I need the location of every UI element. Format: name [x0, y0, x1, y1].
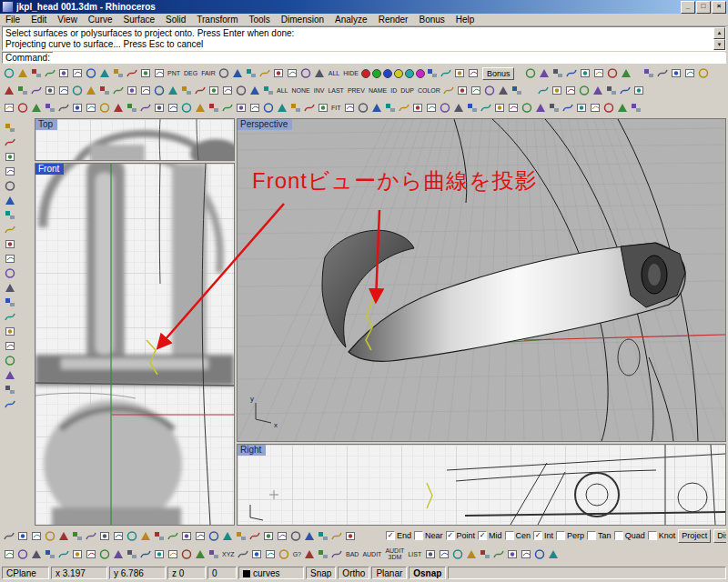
menu-view[interactable]: View	[52, 15, 83, 25]
toolbar-icon[interactable]	[261, 101, 275, 115]
toolbar-icon[interactable]	[3, 193, 16, 207]
toolbar-icon[interactable]	[537, 84, 551, 98]
toolbar-icon[interactable]	[220, 84, 234, 98]
minimize-button[interactable]: _	[681, 1, 695, 14]
toolbar-label[interactable]: BAD	[344, 551, 360, 557]
toolbar-icon[interactable]	[138, 547, 152, 561]
toolbar-label[interactable]: NONE	[289, 87, 311, 94]
viewport-front-label[interactable]: Front	[35, 164, 64, 175]
toolbar-icon[interactable]	[575, 101, 589, 115]
toolbar-icon[interactable]	[84, 101, 97, 115]
toolbar-icon[interactable]	[2, 84, 15, 98]
toolbar-icon[interactable]	[3, 295, 16, 309]
toolbar-icon[interactable]	[234, 528, 248, 543]
toolbar-icon[interactable]	[288, 528, 302, 543]
toolbar-icon[interactable]	[313, 66, 327, 81]
toolbar-icon[interactable]	[437, 547, 450, 561]
toolbar-icon[interactable]	[43, 547, 56, 561]
toolbar-icon[interactable]	[84, 66, 97, 81]
checkbox-icon[interactable]	[505, 531, 514, 540]
toolbar-icon[interactable]	[97, 101, 111, 115]
toolbar-icon[interactable]	[97, 66, 111, 81]
toolbar-icon[interactable]	[592, 66, 605, 81]
toolbar-icon[interactable]	[111, 101, 125, 115]
toolbar-icon[interactable]	[669, 66, 682, 81]
checkbox-icon[interactable]	[648, 531, 657, 540]
toolbar-icon[interactable]	[56, 528, 70, 543]
toolbar-label[interactable]: HIDE	[341, 70, 360, 76]
toolbar-icon[interactable]	[630, 101, 643, 115]
osnap-tan[interactable]: Tan	[587, 531, 612, 540]
toolbar-label[interactable]: AUDIT	[360, 551, 383, 557]
toolbar-icon[interactable]	[483, 84, 497, 98]
toolbar-icon[interactable]	[15, 547, 29, 561]
toolbar-icon[interactable]	[207, 528, 220, 543]
toolbar-icon[interactable]	[642, 66, 655, 81]
toolbar-icon[interactable]	[3, 338, 16, 353]
toolbar-icon[interactable]	[616, 101, 630, 115]
checkbox-icon[interactable]: ✓	[446, 531, 455, 540]
toolbar-icon[interactable]	[29, 528, 43, 543]
toolbar-icon[interactable]	[29, 547, 43, 561]
toolbar-icon[interactable]	[343, 528, 357, 543]
layer-color-dot[interactable]	[394, 69, 403, 78]
checkbox-icon[interactable]: ✓	[386, 531, 395, 540]
toolbar-icon[interactable]	[548, 101, 561, 115]
osnap-point[interactable]: ✓Point	[446, 531, 476, 540]
toolbar-icon[interactable]	[15, 101, 29, 115]
toolbar-icon[interactable]	[179, 547, 193, 561]
toolbar-icon[interactable]	[578, 84, 592, 98]
osnap-knot[interactable]: Knot	[648, 531, 676, 540]
toolbar-icon[interactable]	[592, 84, 605, 98]
toolbar-icon[interactable]	[258, 66, 272, 81]
toolbar-icon[interactable]	[602, 101, 616, 115]
toolbar-icon[interactable]	[97, 547, 111, 561]
menu-analyze[interactable]: Analyze	[329, 15, 373, 25]
toolbar-icon[interactable]	[546, 547, 560, 561]
toolbar-icon[interactable]	[70, 101, 84, 115]
toolbar-icon[interactable]	[316, 101, 329, 115]
toolbar-icon[interactable]	[56, 84, 70, 98]
toolbar-icon[interactable]	[193, 84, 207, 98]
toolbar-icon[interactable]	[207, 101, 220, 115]
toolbar-icon[interactable]	[179, 84, 193, 98]
toolbar-icon[interactable]	[425, 101, 439, 115]
toolbar-icon[interactable]	[248, 528, 261, 543]
toolbar-icon[interactable]	[682, 66, 696, 81]
toolbar-icon[interactable]	[84, 84, 97, 98]
toolbar-icon[interactable]	[497, 84, 511, 98]
toolbar-icon[interactable]	[70, 66, 84, 81]
toolbar-icon[interactable]	[15, 528, 29, 543]
toolbar-icon[interactable]	[70, 528, 84, 543]
statusbar-planar[interactable]: Planar	[371, 567, 407, 579]
toolbar-icon[interactable]	[15, 84, 29, 98]
viewport-top-label[interactable]: Top	[35, 119, 57, 130]
toolbar-icon[interactable]	[3, 353, 16, 367]
toolbar-icon[interactable]	[534, 101, 548, 115]
osnap-near[interactable]: Near	[414, 531, 443, 540]
toolbar-label[interactable]: PREV	[346, 87, 367, 94]
toolbar-label[interactable]: AUDIT 3DM	[383, 547, 406, 560]
toolbar-icon[interactable]	[261, 528, 275, 543]
toolbar-icon[interactable]	[302, 101, 316, 115]
toolbar-icon[interactable]	[179, 528, 193, 543]
toolbar-icon[interactable]	[551, 66, 564, 81]
toolbar-icon[interactable]	[696, 66, 710, 81]
toolbar-icon[interactable]	[317, 547, 330, 561]
osnap-disable-button[interactable]: Disable	[713, 529, 726, 543]
toolbar-icon[interactable]	[70, 84, 84, 98]
toolbar-label[interactable]: LIST	[406, 551, 423, 557]
toolbar-icon[interactable]	[316, 528, 329, 543]
toolbar-icon[interactable]	[3, 324, 16, 338]
toolbar-icon[interactable]	[29, 84, 43, 98]
toolbar-icon[interactable]	[207, 547, 220, 561]
toolbar-icon[interactable]	[138, 528, 152, 543]
viewport-front[interactable]: Front	[35, 163, 235, 526]
toolbar-icon[interactable]	[125, 84, 138, 98]
toolbar-icon[interactable]	[507, 101, 521, 115]
toolbar-icon[interactable]	[245, 66, 258, 81]
toolbar-label[interactable]: DEG	[182, 70, 199, 76]
toolbar-icon[interactable]	[179, 101, 193, 115]
toolbar-icon[interactable]	[3, 207, 16, 222]
menu-bonus[interactable]: Bonus	[413, 15, 450, 25]
